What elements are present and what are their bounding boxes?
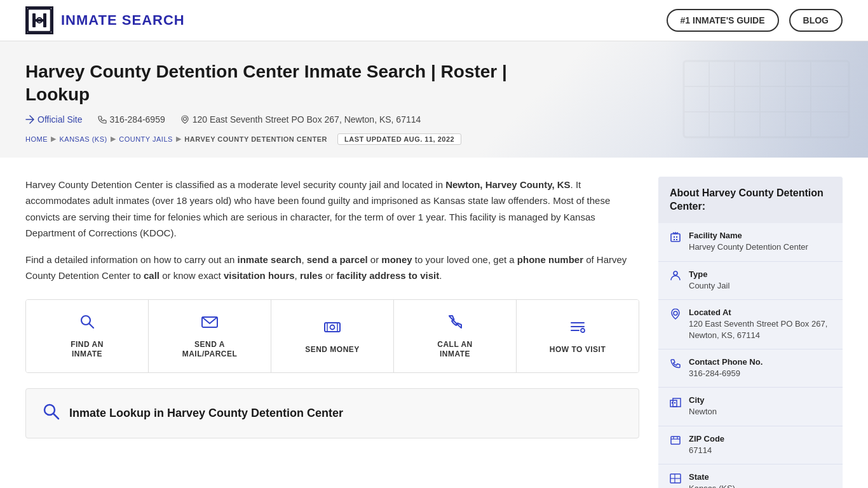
tile-send-mail-label: SEND AMAIL/PARCEL: [182, 340, 238, 360]
svg-rect-29: [676, 236, 677, 238]
type-content: Type County Jail: [689, 269, 729, 292]
svg-rect-39: [674, 402, 675, 403]
page-title: Harvey County Detention Center Inmate Se…: [25, 60, 546, 107]
logo-icon: [25, 6, 53, 34]
logo-text: INMATE SEARCH: [61, 12, 185, 29]
location-value: 120 East Seventh Street PO Box 267,Newto…: [689, 318, 827, 341]
svg-line-15: [90, 323, 94, 328]
main-content: Harvey County Detention Center is classi…: [25, 177, 639, 488]
location-label: Located At: [689, 308, 827, 317]
blog-button[interactable]: BLOG: [789, 9, 843, 32]
contact-phone-value: 316-284-6959: [689, 368, 763, 379]
tile-how-to-visit[interactable]: HOW TO VISIT: [517, 300, 639, 372]
sidebar-card: About Harvey County Detention Center: Fa…: [658, 177, 843, 488]
tile-send-money-label: SEND MONEY: [305, 345, 360, 355]
tile-send-money[interactable]: SEND MONEY: [271, 300, 394, 372]
svg-line-26: [53, 414, 58, 419]
tile-send-mail[interactable]: SEND AMAIL/PARCEL: [149, 300, 271, 372]
breadcrumb-category[interactable]: COUNTY JAILS: [119, 135, 173, 143]
location-icon: [670, 308, 681, 323]
svg-point-36: [674, 311, 677, 315]
guide-button[interactable]: #1 INMATE'S GUIDE: [667, 9, 779, 32]
svg-rect-27: [671, 234, 680, 241]
site-header: INMATE SEARCH #1 INMATE'S GUIDE BLOG: [0, 0, 868, 41]
zip-content: ZIP Code 67114: [689, 434, 724, 456]
header-nav: #1 INMATE'S GUIDE BLOG: [667, 9, 843, 32]
contact-phone-icon: [670, 358, 681, 372]
zip-icon: [670, 435, 681, 449]
state-value: Kansas (KS): [689, 483, 735, 488]
sidebar-field-location: Located At 120 East Seventh Street PO Bo…: [658, 300, 843, 349]
svg-rect-31: [676, 239, 677, 240]
facility-name-value: Harvey County Detention Center: [689, 241, 808, 253]
location-content: Located At 120 East Seventh Street PO Bo…: [689, 308, 827, 341]
person-icon: [670, 270, 681, 285]
zip-value: 67114: [689, 445, 724, 456]
svg-rect-30: [674, 239, 675, 240]
rules-bold: rules: [300, 270, 323, 281]
breadcrumb-sep-3: ▶: [176, 135, 182, 143]
visit-icon: [569, 318, 587, 340]
city-value: Newton: [689, 406, 717, 417]
facility-name-content: Facility Name Harvey County Detention Ce…: [689, 231, 808, 253]
zip-label: ZIP Code: [689, 434, 724, 444]
contact-phone-label: Contact Phone No.: [689, 357, 763, 367]
sidebar-field-state: State Kansas (KS): [658, 464, 843, 488]
city-label: City: [689, 395, 717, 405]
search-icon: [78, 313, 96, 335]
official-site-link[interactable]: Official Site: [25, 114, 83, 125]
tile-find-inmate[interactable]: FIND ANINMATE: [26, 300, 149, 372]
breadcrumb-state[interactable]: KANSAS (KS): [60, 135, 107, 143]
svg-rect-3: [32, 19, 46, 22]
inmate-lookup-title: Inmate Lookup in Harvey County Detention…: [69, 407, 343, 420]
hero-band: Harvey County Detention Center Inmate Se…: [0, 41, 868, 158]
tile-how-to-visit-label: HOW TO VISIT: [550, 345, 606, 355]
sidebar: About Harvey County Detention Center: Fa…: [658, 177, 843, 488]
action-tiles: FIND ANINMATE SEND AMAIL/PARCEL SEND MON…: [25, 299, 639, 373]
breadcrumb: HOME ▶ KANSAS (KS) ▶ COUNTY JAILS ▶ HARV…: [25, 133, 843, 145]
location-bold: Newton, Harvey County, KS: [445, 179, 570, 190]
inmate-search-bold: inmate search: [238, 254, 302, 265]
building-icon: [670, 231, 681, 246]
sidebar-field-phone: Contact Phone No. 316-284-6959: [658, 349, 843, 388]
last-updated-badge: LAST UPDATED AUG. 11, 2022: [337, 133, 461, 145]
official-site-anchor[interactable]: Official Site: [37, 114, 83, 125]
tile-call-inmate-label: CALL ANINMATE: [437, 340, 473, 360]
state-label: State: [689, 472, 735, 482]
prison-bg-decoration: [665, 41, 868, 158]
city-icon: [670, 396, 681, 410]
svg-rect-37: [670, 400, 677, 407]
inmate-lookup-section: Inmate Lookup in Harvey County Detention…: [25, 388, 639, 438]
mail-icon: [201, 313, 219, 335]
svg-point-24: [581, 329, 585, 332]
sidebar-field-type: Type County Jail: [658, 262, 843, 300]
contact-phone-content: Contact Phone No. 316-284-6959: [689, 357, 763, 379]
main-layout: Harvey County Detention Center is classi…: [0, 158, 868, 488]
sidebar-card-header: About Harvey County Detention Center:: [658, 177, 843, 224]
breadcrumb-current: HARVEY COUNTY DETENTION CENTER: [184, 135, 327, 143]
type-value: County Jail: [689, 280, 729, 292]
svg-rect-28: [674, 236, 675, 238]
sidebar-field-city: City Newton: [658, 388, 843, 426]
description-paragraph-2: Find a detailed information on how to ca…: [25, 252, 639, 284]
tile-call-inmate[interactable]: CALL ANINMATE: [394, 300, 517, 372]
description-paragraph-1: Harvey County Detention Center is classi…: [25, 177, 639, 241]
facility-name-label: Facility Name: [689, 231, 808, 240]
state-content: State Kansas (KS): [689, 472, 735, 488]
svg-point-13: [183, 117, 186, 120]
phone-icon: [446, 313, 464, 335]
money-bold: money: [381, 254, 412, 265]
page-meta: Official Site 316-284-6959 120 East Seve…: [25, 114, 843, 125]
lookup-search-icon: [41, 402, 60, 425]
visitation-hours-bold: visitation hours: [224, 270, 295, 281]
city-content: City Newton: [689, 395, 717, 417]
phone-meta: 316-284-6959: [98, 114, 165, 125]
breadcrumb-sep-2: ▶: [111, 135, 116, 143]
phone-number: 316-284-6959: [110, 114, 165, 125]
address-meta: 120 East Seventh Street PO Box 267, Newt…: [180, 114, 421, 125]
logo-area: INMATE SEARCH: [25, 6, 185, 34]
svg-rect-41: [671, 437, 680, 444]
state-icon: [670, 473, 681, 487]
breadcrumb-home[interactable]: HOME: [25, 135, 48, 143]
type-label: Type: [689, 269, 729, 279]
